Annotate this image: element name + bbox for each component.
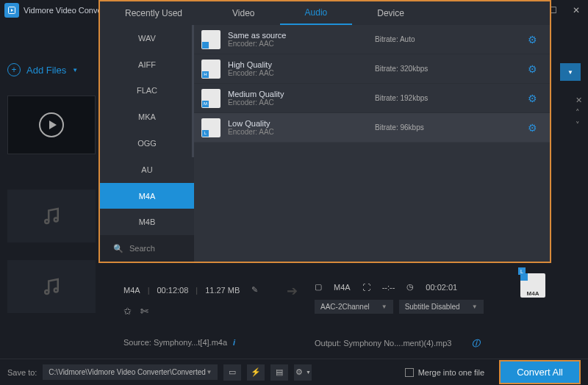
file-thumb-1[interactable] xyxy=(7,190,96,242)
quality-name: Low Quality xyxy=(228,119,368,128)
close-button[interactable]: ✕ xyxy=(564,0,588,21)
move-down-icon[interactable]: ˅ xyxy=(576,120,582,130)
gear-icon[interactable]: ⚙ xyxy=(525,63,539,75)
quality-row[interactable]: LLow QualityEncoder: AACBitrate: 96kbps⚙ xyxy=(194,113,550,143)
format-dropdown-button[interactable]: ▼ xyxy=(560,63,581,81)
move-up-icon[interactable]: ˄ xyxy=(576,108,582,118)
video-preview[interactable] xyxy=(7,96,96,154)
save-path-select[interactable]: C:\Vidmore\Vidmore Video Converter\Conve… xyxy=(43,364,218,380)
quality-encoder: Encoder: AAC xyxy=(228,69,368,77)
svg-point-4 xyxy=(54,289,58,292)
effects-icon[interactable]: ✩ xyxy=(123,306,132,317)
format-tab-device[interactable]: Device xyxy=(352,1,429,25)
app-title: Vidmore Video Conver xyxy=(24,6,104,15)
info-icon[interactable]: i xyxy=(233,338,235,347)
subtitle-select[interactable]: Subtitle Disabled▼ xyxy=(399,300,484,314)
convert-all-button[interactable]: Convert All xyxy=(499,360,581,384)
cut-icon[interactable]: ✄ xyxy=(140,306,148,317)
play-icon xyxy=(39,112,64,137)
audio-codec-select[interactable]: AAC-2Channel▼ xyxy=(315,300,393,314)
plus-icon: + xyxy=(7,63,21,76)
quality-row[interactable]: Same as sourceEncoder: AACBitrate: Auto⚙ xyxy=(194,25,550,54)
quality-encoder: Encoder: AAC xyxy=(228,98,368,107)
preset-icon xyxy=(201,30,220,49)
quality-name: High Quality xyxy=(228,60,368,69)
arrow-icon: ➔ xyxy=(287,283,298,299)
svg-point-2 xyxy=(54,218,58,222)
screen-icon: ▢ xyxy=(315,282,322,292)
file-format: M4A xyxy=(123,286,140,295)
merge-checkbox[interactable]: Merge into one file xyxy=(405,368,485,377)
format-item-ogg[interactable]: OGG xyxy=(100,130,194,156)
close-panel-icon[interactable]: ✕ xyxy=(576,96,582,105)
svg-point-3 xyxy=(45,290,49,294)
file-duration: 00:12:08 xyxy=(157,286,188,295)
target-duration: 00:02:01 xyxy=(426,283,457,292)
quality-bitrate: Bitrate: Auto xyxy=(375,35,517,43)
format-item-wav[interactable]: WAV xyxy=(100,25,194,51)
gear-icon[interactable]: ⚙ xyxy=(525,122,539,134)
quality-bitrate: Bitrate: 96kbps xyxy=(375,123,517,132)
format-tab-audio[interactable]: Audio xyxy=(280,1,353,25)
output-path: Output: Symphony No....ment)(4).mp3ⓘ xyxy=(315,338,480,349)
target-format-badge[interactable]: L M4A xyxy=(520,273,545,298)
file-size: 11.27 MB xyxy=(205,286,240,295)
quality-name: Medium Quality xyxy=(228,90,368,98)
format-item-aiff[interactable]: AIFF xyxy=(100,51,194,78)
save-to-label: Save to: xyxy=(7,368,37,377)
task-button[interactable]: ▤ xyxy=(270,364,288,381)
add-files-button[interactable]: + Add Files ▼ xyxy=(7,63,78,76)
open-folder-button[interactable]: ▭ xyxy=(223,364,241,381)
chevron-down-icon: ▼ xyxy=(72,67,78,73)
format-tab-recently-used[interactable]: Recently Used xyxy=(100,1,207,25)
search-icon: 🔍 xyxy=(113,244,123,253)
format-item-au[interactable]: AU xyxy=(100,156,194,183)
scrollbar[interactable] xyxy=(192,25,194,157)
quality-row[interactable]: MMedium QualityEncoder: AACBitrate: 192k… xyxy=(194,84,550,113)
target-format: M4A xyxy=(334,283,351,292)
info-icon[interactable]: ⓘ xyxy=(472,339,480,348)
preset-icon: H xyxy=(201,60,220,79)
source-path: Source: Symphony...t[4].m4ai xyxy=(123,338,235,347)
preset-icon: M xyxy=(201,89,220,108)
format-tab-video[interactable]: Video xyxy=(207,1,279,25)
quality-row[interactable]: HHigh QualityEncoder: AACBitrate: 320kbp… xyxy=(194,54,550,84)
file-thumb-2[interactable] xyxy=(7,260,96,313)
format-item-flac[interactable]: FLAC xyxy=(100,78,194,104)
target-aspect: --:-- xyxy=(382,283,395,292)
format-item-m4b[interactable]: M4B xyxy=(100,209,194,235)
hw-accel-button[interactable]: ⚡ xyxy=(247,364,265,381)
gear-icon[interactable]: ⚙ xyxy=(525,93,539,104)
file-info: M4A | 00:12:08 | 11.27 MB ✎ xyxy=(123,285,258,295)
quality-name: Same as source xyxy=(228,31,368,40)
format-search[interactable]: 🔍Search xyxy=(100,235,194,262)
gear-icon[interactable]: ⚙ xyxy=(525,34,539,46)
svg-point-1 xyxy=(45,220,49,223)
expand-icon: ⛶ xyxy=(362,283,370,292)
format-item-mka[interactable]: MKA xyxy=(100,104,194,130)
quality-encoder: Encoder: AAC xyxy=(228,40,368,48)
settings-button[interactable]: ⚙▼ xyxy=(294,364,312,381)
quality-bitrate: Bitrate: 192kbps xyxy=(375,94,517,102)
preset-icon: L xyxy=(201,118,220,137)
format-item-m4a[interactable]: M4A xyxy=(100,183,194,209)
edit-name-icon[interactable]: ✎ xyxy=(251,285,258,295)
format-picker-panel: Recently UsedVideoAudioDevice WAVAIFFFLA… xyxy=(98,0,551,263)
quality-encoder: Encoder: AAC xyxy=(228,128,368,136)
checkbox-icon xyxy=(405,368,414,377)
quality-bitrate: Bitrate: 320kbps xyxy=(375,65,517,73)
app-logo xyxy=(4,3,19,18)
clock-icon: ◷ xyxy=(406,282,414,292)
add-files-label: Add Files xyxy=(26,65,66,76)
